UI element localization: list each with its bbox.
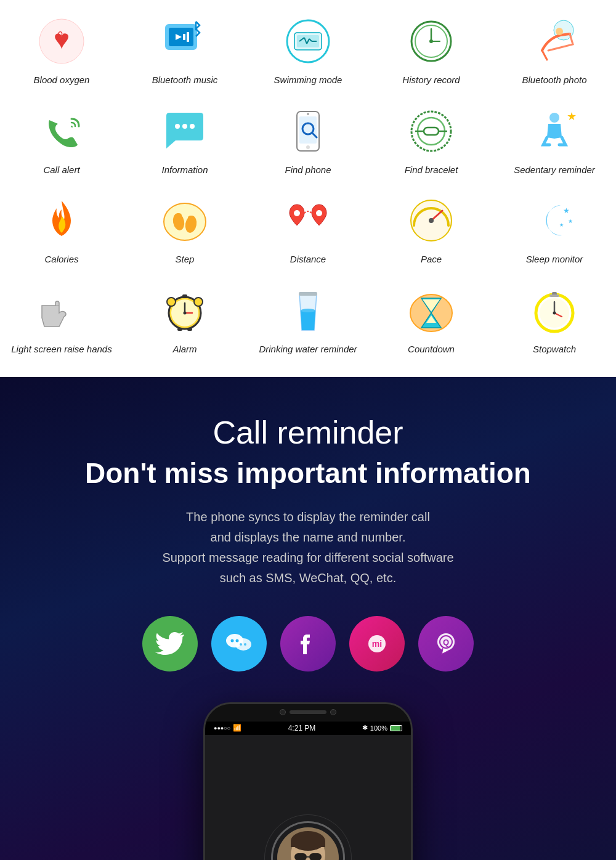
feature-countdown: Countdown [370,275,493,365]
blood-oxygen-label: Blood oxygen [34,74,90,86]
phone-speaker [290,710,326,714]
svg-point-23 [182,124,187,129]
stopwatch-label: Stopwatch [533,343,576,355]
pace-label: Pace [421,253,442,266]
drinking-water-icon [280,283,336,338]
feature-light-screen: Light screen raise hands [0,275,123,365]
bluetooth-photo-label: Bluetooth photo [522,74,586,86]
drinking-water-label: Drinking water reminder [259,343,357,355]
feature-history-record: History record [370,6,493,96]
phone-status-bar: ●●●○○ 📶 4:21 PM ✱ 100% [205,721,411,735]
feature-distance: Distance [246,185,370,275]
call-alert-icon [34,103,89,159]
svg-point-55 [184,311,187,314]
feature-stopwatch: Stopwatch [493,275,616,365]
svg-rect-70 [549,294,559,297]
calories-icon [34,193,89,248]
call-alert-label: Call alert [43,164,79,176]
blood-oxygen-icon: ♥ O₂ [34,14,89,69]
history-record-icon [403,14,459,69]
svg-text:mi: mi [372,639,382,649]
svg-rect-5 [183,34,185,40]
phone-mockup: ●●●○○ 📶 4:21 PM ✱ 100% [203,702,413,860]
svg-point-74 [236,639,239,642]
call-reminder-body: The phone syncs to display the reminder … [92,507,524,588]
svg-text:★: ★ [568,218,573,224]
find-bracelet-icon [403,103,459,159]
svg-point-75 [240,643,242,646]
mi-message-icon[interactable]: mi [349,616,405,671]
stopwatch-icon [527,283,582,338]
distance-label: Distance [290,253,326,266]
feature-find-phone: Find phone [246,96,370,186]
phone-screen [205,735,411,860]
svg-rect-82 [277,827,339,860]
feature-bluetooth-photo: Bluetooth photo [493,6,616,96]
pace-icon [403,193,459,248]
svg-point-22 [175,124,180,129]
phone-avatar [277,827,339,860]
alarm-label: Alarm [172,343,197,355]
svg-point-73 [231,639,234,642]
svg-rect-60 [187,328,192,331]
feature-drinking-water: Drinking water reminder [246,275,370,365]
features-section: ♥ O₂ Blood oxygen Bluetooth music [0,0,616,377]
call-reminder-section: Call reminder Don't miss important infor… [0,377,616,860]
svg-rect-59 [177,328,182,331]
call-reminder-title: Call reminder [18,414,598,451]
phone-time: 4:21 PM [288,724,316,732]
alarm-icon [157,283,213,338]
swimming-mode-label: Swimming mode [274,74,342,86]
feature-call-alert: Call alert [0,96,123,186]
bluetooth-photo-icon [527,14,582,69]
svg-point-27 [307,113,309,115]
svg-rect-33 [424,128,439,135]
distance-icon [280,193,336,248]
find-bracelet-label: Find bracelet [405,164,458,176]
svg-point-61 [301,309,315,312]
feature-blood-oxygen: ♥ O₂ Blood oxygen [0,6,123,96]
social-icons-row: mi Q [18,616,598,671]
wechat-icon[interactable] [211,616,267,671]
swimming-mode-icon [280,14,336,69]
svg-text:Q: Q [443,638,449,647]
svg-text:★: ★ [563,206,570,215]
feature-pace: Pace [370,185,493,275]
find-phone-icon [280,103,336,159]
light-screen-label: Light screen raise hands [11,343,111,355]
sleep-monitor-label: Sleep monitor [526,253,583,266]
svg-text:★: ★ [559,222,564,228]
phone-call-circle [271,821,345,860]
svg-text:♥: ♥ [54,24,70,54]
svg-rect-86 [294,853,307,860]
facebook-icon[interactable] [280,616,336,671]
qq-icon[interactable]: Q [418,616,474,671]
feature-swimming-mode: Swimming mode [246,6,370,96]
svg-text:O₂: O₂ [58,31,65,38]
feature-information: Information [123,96,246,186]
history-record-label: History record [402,74,460,86]
step-icon [157,193,213,248]
features-grid: ♥ O₂ Blood oxygen Bluetooth music [0,6,616,365]
svg-point-24 [190,124,195,129]
svg-rect-85 [291,841,325,847]
find-phone-label: Find phone [285,164,331,176]
svg-rect-62 [299,292,317,296]
feature-find-bracelet: Find bracelet [370,96,493,186]
svg-point-21 [556,28,563,35]
feature-bluetooth-music: Bluetooth music [123,6,246,96]
svg-point-84 [291,831,325,851]
step-label: Step [176,253,195,266]
calories-label: Calories [44,253,78,266]
phone-signal: ●●●○○ 📶 [214,724,241,732]
feature-sleep-monitor: ★ ★ ★ Sleep monitor [493,185,616,275]
call-reminder-subtitle: Don't miss important information [18,457,598,490]
twitter-icon[interactable] [142,616,198,671]
information-icon [157,103,213,159]
information-label: Information [161,164,208,176]
feature-alarm: Alarm [123,275,246,365]
svg-point-76 [244,643,246,646]
feature-sedentary-reminder: ★ Sedentary reminder [493,96,616,186]
svg-point-44 [316,210,322,216]
svg-point-47 [429,218,434,223]
